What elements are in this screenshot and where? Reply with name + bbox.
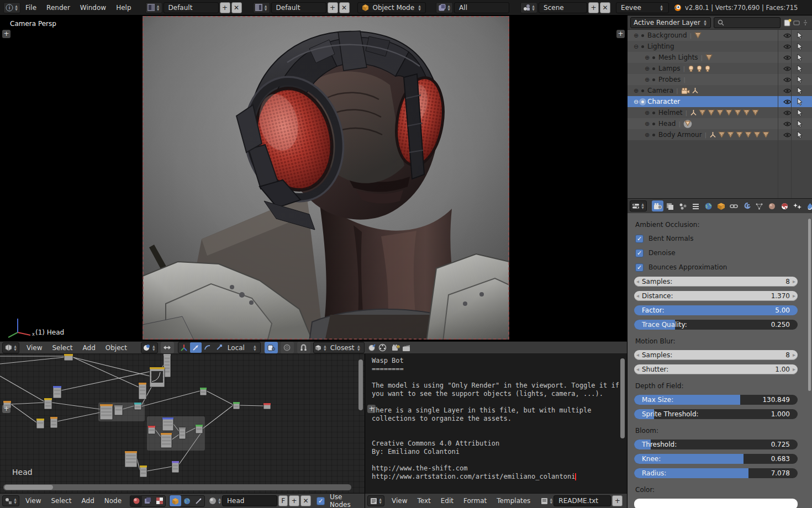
orientation-dropdown[interactable]: Local▲▼ — [225, 342, 260, 353]
editor-type-info[interactable]: i ▲▼ — [3, 2, 20, 13]
text-editor[interactable]: Wasp Bot======== The model is using "Onl… — [365, 354, 627, 493]
proportional-edit-icon[interactable] — [265, 342, 278, 353]
outliner-row-camera[interactable]: ⊕Camera| — [628, 85, 812, 96]
manipulator-rotate-icon[interactable] — [202, 343, 213, 352]
text-vscrollbar[interactable] — [620, 358, 625, 438]
shading-dropdown[interactable]: ▲▼ — [141, 342, 158, 353]
slider-maxsize[interactable]: Max Size:130.849 — [634, 395, 798, 405]
cursor-icon[interactable] — [797, 31, 812, 39]
layers-icon-button[interactable]: ▲▼ — [436, 2, 453, 13]
menu-add[interactable]: Add — [78, 344, 101, 352]
overlap-icon[interactable] — [161, 342, 174, 353]
outliner-row-lighting[interactable]: ⊖Lighting — [628, 41, 812, 52]
menu-object[interactable]: Object — [101, 344, 132, 352]
editor-type-text[interactable]: ▲▼ — [367, 495, 384, 506]
manipulator-translate-icon[interactable] — [190, 342, 202, 353]
eye-icon[interactable] — [783, 66, 797, 72]
scene-field[interactable]: Scene — [539, 2, 587, 13]
properties-tab-world[interactable] — [703, 200, 714, 211]
eye-icon[interactable] — [783, 121, 797, 127]
menu-select[interactable]: Select — [47, 344, 77, 352]
outliner-search-input[interactable] — [714, 17, 781, 28]
eye-icon[interactable] — [783, 44, 797, 50]
color-swatch[interactable] — [634, 499, 798, 508]
outliner-filter-dropdown[interactable]: Active Render Layer▲▼ — [630, 17, 711, 28]
collapse-icon[interactable]: ⊖ — [632, 43, 640, 50]
menu-render[interactable]: Render — [41, 4, 75, 12]
menu-view[interactable]: View — [387, 497, 412, 505]
shader-type-object-icon[interactable] — [130, 495, 142, 506]
toolshelf-expand-button[interactable]: + — [2, 30, 10, 38]
slider-threshold[interactable]: Threshold:0.725 — [634, 440, 798, 449]
manipulator-axis-icon[interactable] — [178, 343, 190, 352]
outliner-row-mesh-lights[interactable]: ⊕Mesh Lights| — [628, 52, 812, 63]
slider-tracequality[interactable]: Trace Quality:0.250 — [634, 320, 798, 330]
properties-tab-textures[interactable] — [779, 200, 790, 211]
collapse-icon[interactable]: ⊖ — [632, 98, 640, 105]
slider-knee[interactable]: Knee:0.683 — [634, 454, 798, 464]
scene-add-button[interactable]: + — [588, 2, 599, 13]
scene-icon-button[interactable]: ▲▼ — [520, 2, 537, 13]
slider-factor[interactable]: Factor:5.00 — [634, 305, 798, 315]
slider-samples[interactable]: ◂▸Samples:8 — [634, 350, 798, 360]
slider-radius[interactable]: Radius:7.078 — [634, 468, 798, 478]
snap-peel-icon[interactable] — [368, 343, 377, 352]
slot-object-icon[interactable] — [170, 495, 181, 506]
eye-icon[interactable] — [783, 132, 797, 138]
outliner-row-body-armour[interactable]: ⊕Body Armour| — [628, 129, 812, 140]
slider-spritethreshold[interactable]: Sprite Threshold:1.000 — [634, 409, 798, 419]
expand-icon[interactable]: ⊕ — [643, 65, 651, 72]
checkbox-denoise[interactable]: ✓Denoise — [635, 248, 804, 258]
expand-icon[interactable]: ⊕ — [632, 32, 640, 39]
eye-icon[interactable] — [783, 88, 797, 94]
properties-tab-particles[interactable] — [753, 200, 765, 211]
viewport-3d[interactable]: Camera Persp (1) Head x + + — [0, 15, 627, 341]
expand-icon[interactable]: ⊕ — [643, 76, 651, 83]
expand-icon[interactable]: ⊕ — [643, 109, 651, 117]
expand-icon[interactable]: ⊕ — [643, 120, 651, 128]
snap-target-dropdown[interactable]: Closest▲▼ — [328, 342, 364, 353]
outliner-row-head[interactable]: ⊕Head| — [628, 118, 812, 129]
properties-tab-render[interactable] — [652, 200, 663, 211]
outliner-row-lamps[interactable]: ⊕Lamps| — [628, 63, 812, 74]
properties-tab-constraints[interactable] — [728, 200, 740, 211]
cursor-icon[interactable] — [797, 87, 812, 94]
cursor-icon[interactable] — [797, 98, 812, 105]
node-region-expand-button[interactable]: + — [2, 405, 10, 413]
properties-tab-data[interactable] — [804, 200, 812, 211]
shader-type-world-icon[interactable] — [142, 495, 154, 506]
props-scrollbar[interactable] — [808, 219, 811, 391]
workspace2-field[interactable]: Default — [271, 2, 326, 13]
outliner-row-helmet[interactable]: ⊕Helmet| — [628, 107, 812, 118]
engine-dropdown[interactable]: Eevee▲▼ — [616, 2, 669, 13]
menu-node[interactable]: Node — [99, 497, 126, 505]
slider-shutter[interactable]: ◂▸Shutter:1.00 — [634, 364, 798, 374]
menu-window[interactable]: Window — [75, 4, 111, 12]
menu-view[interactable]: View — [22, 344, 47, 352]
eye-icon[interactable] — [783, 99, 797, 105]
eye-icon[interactable] — [783, 110, 797, 116]
properties-tab-scene[interactable] — [690, 200, 702, 211]
material-name-field[interactable]: Head — [222, 495, 277, 506]
checkbox-bounces-approximation[interactable]: ✓Bounces Approximation — [635, 262, 804, 272]
node-vscrollbar[interactable] — [358, 359, 363, 410]
link-collection-icon[interactable] — [792, 18, 801, 27]
scene-close-button[interactable]: ✕ — [600, 2, 610, 13]
cursor-icon[interactable] — [797, 43, 812, 50]
workspace2-close-button[interactable]: ✕ — [339, 2, 350, 13]
node-editor[interactable]: Head + — [0, 354, 365, 493]
menu-edit[interactable]: Edit — [436, 497, 458, 505]
menu-select[interactable]: Select — [46, 497, 76, 505]
cursor-icon[interactable] — [797, 120, 812, 128]
shader-type-linestyle-icon[interactable] — [154, 495, 165, 506]
sidebar-expand-button[interactable]: + — [616, 30, 625, 38]
new-collection-icon[interactable] — [783, 18, 792, 27]
text-region-expand-button[interactable]: + — [367, 405, 376, 413]
menu-file[interactable]: File — [20, 4, 41, 12]
properties-tab-object[interactable] — [715, 200, 727, 211]
eye-icon[interactable] — [783, 55, 797, 61]
snap-magnet-icon[interactable] — [297, 342, 310, 353]
slot-line-icon[interactable] — [193, 495, 204, 506]
expand-icon[interactable]: ⊕ — [643, 54, 651, 61]
falloff-icon[interactable] — [281, 342, 294, 353]
